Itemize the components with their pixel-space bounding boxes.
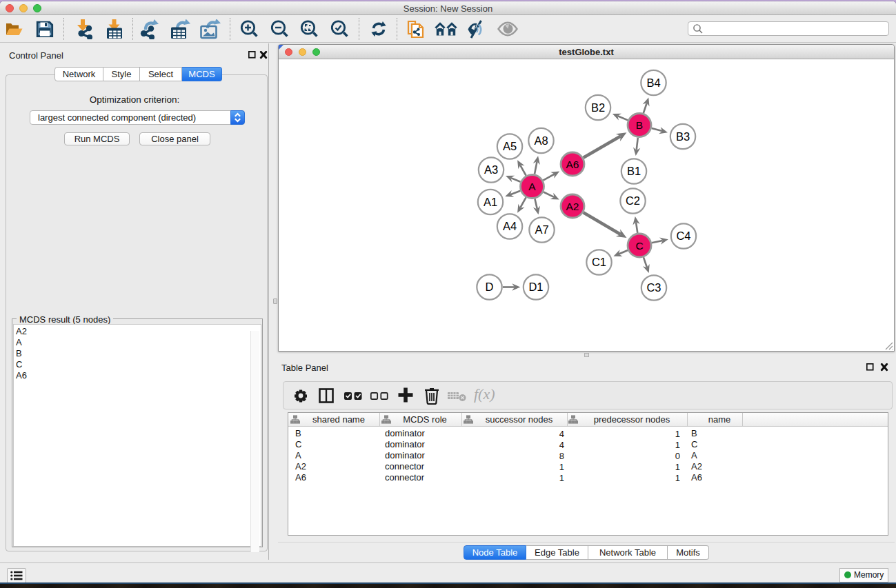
svg-text:A7: A7: [535, 223, 548, 236]
svg-text:D1: D1: [528, 281, 543, 293]
svg-text:B3: B3: [676, 130, 690, 143]
svg-text:B4: B4: [646, 77, 660, 89]
svg-text:B1: B1: [627, 165, 641, 177]
svg-text:B2: B2: [591, 101, 605, 114]
svg-text:A3: A3: [484, 163, 498, 176]
svg-text:C2: C2: [626, 194, 640, 207]
svg-text:A2: A2: [566, 201, 579, 212]
svg-text:C: C: [635, 240, 643, 252]
svg-text:A6: A6: [566, 159, 579, 170]
svg-text:C3: C3: [646, 281, 661, 294]
svg-text:A5: A5: [503, 140, 517, 152]
svg-text:B: B: [636, 119, 643, 131]
svg-text:D: D: [486, 281, 494, 293]
svg-text:A4: A4: [503, 220, 517, 232]
svg-text:A: A: [528, 181, 536, 192]
svg-text:A1: A1: [484, 196, 497, 208]
svg-text:C1: C1: [592, 256, 606, 268]
svg-text:C4: C4: [676, 230, 690, 242]
svg-text:A8: A8: [534, 134, 548, 147]
